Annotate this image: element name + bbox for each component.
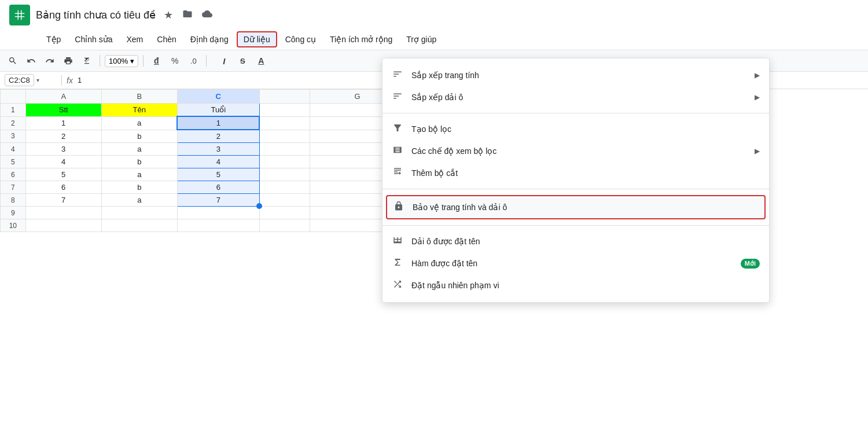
cell-b6[interactable]: a (101, 168, 177, 181)
cell-d7[interactable] (259, 181, 310, 194)
row-num-5: 5 (1, 156, 26, 168)
title-icons: ★ (161, 8, 215, 23)
menu-tro-giup[interactable]: Trợ giúp (400, 32, 442, 46)
table-row: 6 5 a 5 (1, 168, 405, 181)
formula-value[interactable]: 1 (78, 76, 82, 85)
folder-icon[interactable] (180, 8, 195, 23)
divider-3 (382, 225, 769, 226)
print-button[interactable] (60, 53, 76, 69)
format-percent-button[interactable]: % (167, 53, 183, 69)
menu-item-bao-ve[interactable]: Bảo vệ trang tính và dải ô (386, 195, 766, 219)
cell-c4[interactable]: 3 (177, 143, 259, 156)
undo-button[interactable] (23, 53, 39, 69)
redo-button[interactable] (42, 53, 58, 69)
fx-label: fx (67, 76, 73, 85)
cell-b9[interactable] (101, 207, 177, 219)
cell-a7[interactable]: 6 (25, 181, 101, 194)
menu-cong-cu[interactable]: Công cụ (279, 32, 322, 46)
cell-a2[interactable]: 1 (25, 116, 101, 130)
table-row: 8 7 a 7 (1, 194, 405, 207)
cell-d10[interactable] (259, 219, 310, 232)
col-header-b[interactable]: B (101, 90, 177, 104)
cell-a5[interactable]: 4 (25, 156, 101, 168)
cell-b3[interactable]: b (101, 130, 177, 143)
cell-d8[interactable] (259, 194, 310, 207)
dat-ngau-nhien-label: Đặt ngẫu nhiên phạm vi (411, 281, 760, 290)
menu-item-dai-o-dat-ten[interactable]: Dải ô được đặt tên (382, 230, 769, 252)
cell-c5[interactable]: 4 (177, 156, 259, 168)
cell-b8[interactable]: a (101, 194, 177, 207)
strikethrough-button[interactable]: S (234, 53, 251, 69)
cell-c10[interactable] (177, 219, 259, 232)
menu-du-lieu[interactable]: Dữ liệu (237, 31, 277, 47)
paint-format-button[interactable] (79, 53, 95, 69)
star-icon[interactable]: ★ (161, 8, 175, 23)
table-row: 1 Stt Tên Tuổi (1, 104, 405, 117)
underline-a-button[interactable]: A (253, 53, 269, 69)
cell-b7[interactable]: b (101, 181, 177, 194)
cell-c7[interactable]: 6 (177, 181, 259, 194)
cell-c9[interactable] (177, 207, 259, 219)
cell-b10[interactable] (101, 219, 177, 232)
cell-b4[interactable]: a (101, 143, 177, 156)
cell-c1[interactable]: Tuổi (177, 104, 259, 117)
menu-item-dat-ngau-nhien[interactable]: Đặt ngẫu nhiên phạm vi (382, 274, 769, 296)
format-decimal-button[interactable]: .0 (185, 53, 201, 69)
cell-c3[interactable]: 2 (177, 130, 259, 143)
cell-d1[interactable] (259, 104, 310, 117)
menu-item-them-bo-cat[interactable]: Thêm bộ cắt (382, 162, 769, 184)
zoom-selector[interactable]: 100% ▾ (105, 55, 138, 67)
cell-d4[interactable] (259, 143, 310, 156)
cell-b5[interactable]: b (101, 156, 177, 168)
menu-tien-ich[interactable]: Tiện ích mở rộng (324, 32, 398, 46)
col-header-a[interactable]: A (25, 90, 101, 104)
cell-a1[interactable]: Stt (25, 104, 101, 117)
menu-item-ham-dat-ten[interactable]: Hàm được đặt tên Mới (382, 252, 769, 274)
menu-item-tao-bo-loc[interactable]: Tạo bộ lọc (382, 118, 769, 140)
cell-a6[interactable]: 5 (25, 168, 101, 181)
zoom-arrow: ▾ (130, 57, 134, 65)
cell-reference[interactable]: C2:C8 (5, 74, 34, 86)
row-num-4: 4 (1, 143, 26, 156)
menu-section-named: Dải ô được đặt tên Hàm được đặt tên Mới … (382, 228, 769, 299)
cell-d2[interactable] (259, 116, 310, 130)
data-dropdown-menu: Sắp xếp trang tính ▶ Sắp xếp dải ô ▶ Tạo… (382, 58, 770, 303)
italic-button[interactable]: I (216, 53, 232, 69)
cell-a10[interactable] (25, 219, 101, 232)
cell-c2[interactable]: 1 (177, 116, 259, 130)
menu-item-cac-che-do[interactable]: Các chế độ xem bộ lọc ▶ (382, 140, 769, 162)
cell-b1[interactable]: Tên (101, 104, 177, 117)
menu-item-sap-xep-trang-tinh[interactable]: Sắp xếp trang tính ▶ (382, 64, 769, 86)
cell-a8[interactable]: 7 (25, 194, 101, 207)
menu-dinh-dang[interactable]: Định dạng (185, 32, 234, 46)
cell-b2[interactable]: a (101, 116, 177, 130)
sigma-icon (392, 257, 403, 270)
menu-chen[interactable]: Chèn (151, 32, 182, 46)
col-header-row: A B C G (1, 90, 405, 104)
menu-tep[interactable]: Tệp (41, 32, 67, 46)
sap-xep-trang-tinh-label: Sắp xếp trang tính (411, 71, 746, 80)
cloud-icon[interactable] (200, 8, 215, 23)
cell-c8[interactable]: 7 (177, 194, 259, 207)
menu-chinh-sua[interactable]: Chỉnh sửa (69, 32, 118, 46)
cell-a3[interactable]: 2 (25, 130, 101, 143)
table-row: 10 (1, 219, 405, 232)
cell-c6[interactable]: 5 (177, 168, 259, 181)
cell-d3[interactable] (259, 130, 310, 143)
app-icon (9, 5, 30, 25)
cell-a4[interactable]: 3 (25, 143, 101, 156)
cell-d5[interactable] (259, 156, 310, 168)
cell-a9[interactable] (25, 207, 101, 219)
menu-item-sap-xep-dai-o[interactable]: Sắp xếp dải ô ▶ (382, 86, 769, 108)
document-title: Bảng tính chưa có tiêu đề (36, 9, 156, 21)
menu-xem[interactable]: Xem (121, 32, 149, 46)
col-header-d[interactable] (259, 90, 310, 104)
cell-d9[interactable] (259, 207, 310, 219)
menu-section-filter: Tạo bộ lọc Các chế độ xem bộ lọc ▶ Thêm … (382, 116, 769, 186)
format-d-button[interactable]: đ (148, 53, 164, 69)
table-row: 4 3 a 3 (1, 143, 405, 156)
search-button[interactable] (5, 53, 21, 69)
col-header-c[interactable]: C (177, 90, 259, 104)
cell-d6[interactable] (259, 168, 310, 181)
cell-ref-arrow[interactable]: ▾ (36, 77, 39, 83)
